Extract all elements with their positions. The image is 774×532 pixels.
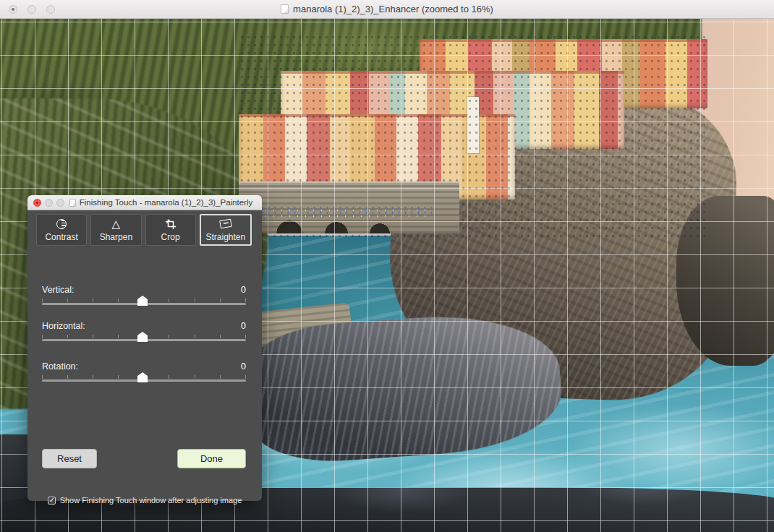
- show-window-checkbox-label: Show Finishing Touch window after adjust…: [60, 496, 242, 505]
- rotation-slider-label: Rotation:: [42, 361, 78, 372]
- rotation-slider-group: Rotation: 0: [42, 361, 246, 382]
- photo-canvas[interactable]: Finishing Touch - manarola (1)_2)_3)_Pai…: [0, 19, 774, 532]
- tab-sharpen-label: Sharpen: [100, 232, 132, 242]
- dialog-traffic-lights: [33, 199, 64, 207]
- window-traffic-lights: [9, 5, 55, 14]
- dialog-title: Finishing Touch - manarola (1)_2)_3)_Pai…: [80, 198, 253, 207]
- window-titlebar: manarola (1)_2)_3)_Enhancer (zoomed to 1…: [0, 0, 774, 19]
- tab-contrast-label: Contrast: [45, 232, 77, 242]
- rotation-slider-track[interactable]: [42, 379, 246, 382]
- contrast-icon: [56, 218, 67, 230]
- tab-crop[interactable]: Crop: [145, 214, 196, 246]
- rotation-slider-thumb[interactable]: [137, 372, 148, 382]
- tab-sharpen[interactable]: △ Sharpen: [90, 214, 141, 246]
- sharpen-icon: △: [112, 218, 121, 230]
- horizontal-slider-thumb[interactable]: [137, 332, 148, 342]
- straighten-icon: [220, 218, 231, 230]
- vertical-slider-track[interactable]: [42, 303, 246, 305]
- document-icon: [281, 4, 289, 14]
- tab-contrast[interactable]: Contrast: [36, 214, 87, 246]
- minimize-button[interactable]: [27, 5, 36, 14]
- dialog-document-icon: [69, 199, 76, 207]
- tool-button-row: Contrast △ Sharpen: [36, 214, 252, 246]
- window-title: manarola (1)_2)_3)_Enhancer (zoomed to 1…: [293, 4, 493, 14]
- app-window: manarola (1)_2)_3)_Enhancer (zoomed to 1…: [0, 0, 774, 532]
- show-window-checkbox-row[interactable]: Show Finishing Touch window after adjust…: [27, 496, 262, 505]
- dialog-body: Contrast △ Sharpen: [27, 210, 262, 501]
- finishing-touch-dialog: Finishing Touch - manarola (1)_2)_3)_Pai…: [27, 195, 262, 501]
- horizontal-slider-track[interactable]: [42, 339, 246, 341]
- vertical-slider-label: Vertical:: [42, 285, 74, 295]
- vertical-slider-thumb[interactable]: [137, 296, 148, 306]
- village-crowd: [259, 205, 433, 217]
- crop-icon: [166, 218, 176, 230]
- horizontal-slider-group: Horizontal: 0: [42, 321, 246, 341]
- tab-crop-label: Crop: [161, 232, 180, 242]
- dialog-zoom-button: [56, 199, 64, 207]
- tab-straighten[interactable]: Straighten: [200, 214, 252, 246]
- dialog-titlebar[interactable]: Finishing Touch - manarola (1)_2)_3)_Pai…: [27, 195, 262, 210]
- show-window-checkbox[interactable]: [48, 497, 56, 505]
- done-button[interactable]: Done: [177, 449, 246, 468]
- close-button[interactable]: [9, 5, 17, 14]
- vertical-slider-group: Vertical: 0: [42, 285, 246, 305]
- reset-button[interactable]: Reset: [42, 449, 97, 468]
- horizontal-slider-value: 0: [241, 321, 246, 331]
- dialog-close-button[interactable]: [33, 199, 41, 207]
- zoom-button[interactable]: [46, 5, 55, 14]
- horizontal-slider-label: Horizontal:: [42, 321, 85, 331]
- rotation-slider-value: 0: [241, 361, 246, 372]
- tab-straighten-label: Straighten: [206, 232, 246, 242]
- vertical-slider-value: 0: [241, 285, 246, 295]
- dialog-minimize-button: [45, 199, 53, 207]
- photo-village: [239, 33, 709, 272]
